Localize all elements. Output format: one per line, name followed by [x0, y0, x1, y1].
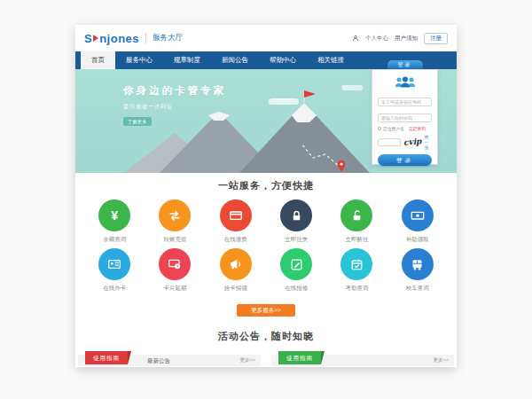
- person-icon: [352, 35, 359, 42]
- service-item-attendance[interactable]: 考勤查询: [326, 248, 387, 293]
- remember-label: 记住用户名: [383, 126, 404, 131]
- service-item-balance[interactable]: ¥ 余额查询: [84, 200, 145, 244]
- password-input[interactable]: [378, 113, 432, 122]
- banknote-icon: [402, 200, 434, 231]
- service-item-found-cards[interactable]: 拾卡招领: [206, 248, 266, 293]
- logo-text-s: S: [84, 32, 92, 45]
- services-section: 一站服务，方便快捷 ¥ 余额查询 转账充值 在线缴费: [75, 173, 457, 317]
- user-notice-link[interactable]: 用户须知: [395, 35, 418, 43]
- announcement-panels: 使用指南 最新公告 更多>> 使用指南 更多>>: [78, 351, 454, 366]
- login-submit-button[interactable]: 登录: [378, 154, 432, 166]
- register-button[interactable]: 注册: [424, 33, 448, 44]
- nav-item-rules[interactable]: 规章制度: [163, 51, 211, 69]
- nav-item-home[interactable]: 首页: [81, 51, 115, 69]
- bank-card-icon: [220, 200, 252, 231]
- id-card-icon: [98, 248, 130, 280]
- calendar-icon: [340, 248, 372, 280]
- services-grid: ¥ 余额查询 转账充值 在线缴费 立即挂失: [84, 200, 448, 293]
- hero-cta-button[interactable]: 了解更多: [123, 117, 152, 126]
- remember-checkbox[interactable]: [378, 127, 381, 130]
- announcement-panel-left: 使用指南 最新公告 更多>>: [78, 351, 261, 366]
- transfer-arrows-icon: [159, 200, 191, 231]
- service-item-transfer[interactable]: 转账充值: [145, 200, 205, 244]
- top-header: Snjones 服务大厅 个人中心 用户须知 注册: [75, 25, 457, 51]
- site-name: 服务大厅: [145, 33, 183, 43]
- logo-text-rest: njones: [99, 32, 139, 45]
- unlock-icon: [340, 200, 372, 231]
- service-label: 转账充值: [145, 236, 205, 244]
- service-label: 在线缴费: [206, 236, 266, 244]
- nav-item-help[interactable]: 帮助中心: [259, 51, 307, 69]
- website-screenshot: Snjones 服务大厅 个人中心 用户须知 注册 首页 服务中心 规章制度 新…: [75, 25, 457, 367]
- captcha-input[interactable]: [378, 138, 401, 146]
- header-links: 个人中心 用户须知 注册: [352, 33, 448, 44]
- nav-item-news[interactable]: 新闻公告: [211, 51, 259, 69]
- more-services-button[interactable]: 更多服务>>: [237, 304, 295, 317]
- megaphone-icon: [220, 248, 252, 280]
- announcements-title: 活动公告，随时知晓: [75, 330, 457, 343]
- service-item-subsidy[interactable]: 补助领取: [387, 200, 448, 244]
- service-item-new-card[interactable]: 在线办卡: [84, 248, 145, 293]
- service-label: 校车查询: [387, 285, 448, 293]
- service-label: 在线报修: [266, 285, 326, 293]
- nav-item-service-center[interactable]: 服务中心: [115, 51, 163, 69]
- tab-usage-guide-green[interactable]: 使用指南: [278, 351, 321, 364]
- bus-icon: [402, 248, 434, 280]
- edit-pencil-icon: [280, 248, 312, 280]
- captcha-row: cvip 换一张: [378, 134, 432, 150]
- service-label: 余额查询: [84, 236, 145, 244]
- service-label: 补助领取: [387, 236, 448, 244]
- service-item-report-loss[interactable]: 立即挂失: [266, 200, 326, 244]
- services-title: 一站服务，方便快捷: [75, 179, 457, 192]
- captcha-refresh-link[interactable]: 换一张: [424, 134, 432, 150]
- hero-subtitle: 提供便捷一步到位: [123, 103, 226, 111]
- service-label: 立即解挂: [326, 236, 387, 244]
- more-link[interactable]: 更多>>: [240, 355, 255, 366]
- logo-arrow-icon: [93, 35, 98, 42]
- service-item-pay[interactable]: 在线缴费: [206, 200, 266, 244]
- login-card: 记住用户名 忘记密码 cvip 换一张 登录: [372, 69, 438, 165]
- nav-item-links[interactable]: 相关链接: [307, 51, 355, 69]
- personal-center-link[interactable]: 个人中心: [365, 35, 388, 43]
- service-label: 立即挂失: [266, 236, 326, 244]
- hero-title: 你身边的卡管专家: [123, 84, 226, 98]
- yen-icon: ¥: [98, 200, 130, 231]
- service-item-repair[interactable]: 在线报修: [266, 248, 326, 293]
- more-link[interactable]: 更多>>: [434, 355, 449, 366]
- hero-text: 你身边的卡管专家 提供便捷一步到位 了解更多: [123, 84, 226, 127]
- username-input[interactable]: [378, 98, 432, 106]
- service-label: 卡片延期: [145, 285, 205, 293]
- login-panel: 登录 记住用户名 忘记密码 cvip 换一张 登录: [372, 60, 438, 165]
- captcha-image: cvip: [403, 137, 422, 146]
- announcement-panel-right: 使用指南 更多>>: [271, 351, 454, 366]
- tab-usage-guide[interactable]: 使用指南: [85, 351, 128, 364]
- service-item-school-bus[interactable]: 校车查询: [387, 248, 448, 293]
- remember-row: 记住用户名 忘记密码: [378, 126, 432, 131]
- lock-icon: [280, 200, 312, 231]
- users-icon: [378, 75, 432, 91]
- forgot-password-link[interactable]: 忘记密码: [409, 126, 426, 131]
- service-item-unlock[interactable]: 立即解挂: [326, 200, 387, 244]
- service-label: 在线办卡: [84, 285, 145, 293]
- service-label: 考勤查询: [326, 285, 387, 293]
- logo[interactable]: Snjones: [84, 32, 139, 45]
- tab-latest-news[interactable]: 最新公告: [147, 355, 170, 366]
- card-clock-icon: [159, 248, 191, 280]
- service-item-card-extension[interactable]: 卡片延期: [145, 248, 205, 293]
- service-label: 拾卡招领: [206, 285, 266, 293]
- announcements-section: 活动公告，随时知晓 使用指南 最新公告 更多>> 使用指南 更多>>: [75, 330, 457, 366]
